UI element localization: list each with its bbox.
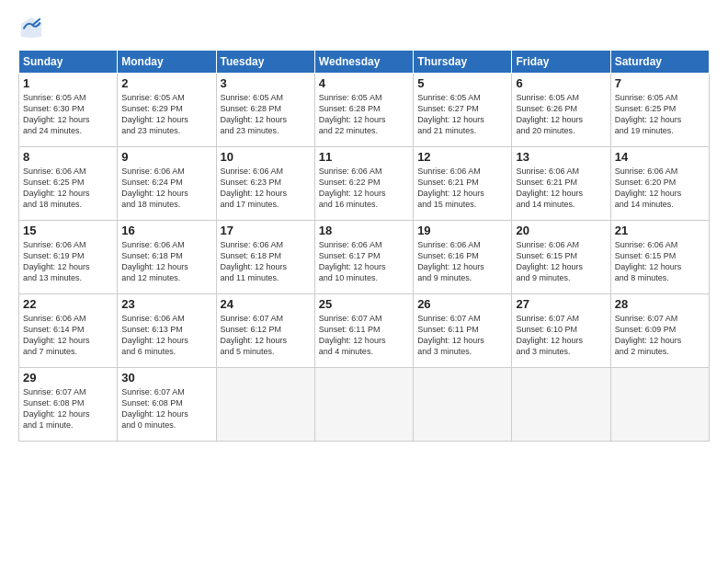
day-number: 3	[221, 76, 311, 90]
day-info: Sunrise: 6:07 AM Sunset: 6:11 PM Dayligh…	[319, 313, 409, 358]
day-info: Sunrise: 6:06 AM Sunset: 6:17 PM Dayligh…	[319, 239, 409, 284]
day-header-monday: Monday	[118, 51, 216, 74]
day-info: Sunrise: 6:06 AM Sunset: 6:15 PM Dayligh…	[615, 239, 705, 284]
day-header-thursday: Thursday	[414, 51, 512, 74]
day-info: Sunrise: 6:05 AM Sunset: 6:26 PM Dayligh…	[516, 92, 606, 137]
day-info: Sunrise: 6:06 AM Sunset: 6:18 PM Dayligh…	[221, 239, 311, 284]
day-number: 28	[615, 297, 705, 311]
calendar-cell: 17Sunrise: 6:06 AM Sunset: 6:18 PM Dayli…	[216, 221, 314, 294]
day-number: 2	[121, 76, 211, 90]
calendar-cell: 11Sunrise: 6:06 AM Sunset: 6:22 PM Dayli…	[314, 147, 413, 221]
calendar-cell: 14Sunrise: 6:06 AM Sunset: 6:20 PM Dayli…	[610, 147, 709, 221]
calendar: SundayMondayTuesdayWednesdayThursdayFrid…	[18, 50, 710, 442]
calendar-cell: 18Sunrise: 6:06 AM Sunset: 6:17 PM Dayli…	[314, 221, 413, 294]
calendar-cell: 10Sunrise: 6:06 AM Sunset: 6:23 PM Dayli…	[216, 147, 314, 221]
day-number: 11	[319, 150, 409, 164]
day-info: Sunrise: 6:05 AM Sunset: 6:27 PM Dayligh…	[417, 92, 507, 137]
day-info: Sunrise: 6:05 AM Sunset: 6:30 PM Dayligh…	[23, 92, 113, 137]
calendar-cell	[610, 368, 709, 442]
day-number: 21	[615, 224, 705, 237]
logo	[18, 15, 48, 40]
day-header-saturday: Saturday	[610, 51, 709, 74]
calendar-cell	[314, 368, 413, 442]
day-info: Sunrise: 6:06 AM Sunset: 6:19 PM Dayligh…	[23, 239, 113, 284]
calendar-cell: 7Sunrise: 6:05 AM Sunset: 6:25 PM Daylig…	[610, 74, 709, 147]
day-number: 29	[23, 371, 113, 385]
calendar-cell: 26Sunrise: 6:07 AM Sunset: 6:11 PM Dayli…	[414, 294, 512, 368]
calendar-cell: 3Sunrise: 6:05 AM Sunset: 6:28 PM Daylig…	[216, 74, 314, 147]
day-number: 23	[121, 297, 211, 311]
calendar-cell: 22Sunrise: 6:06 AM Sunset: 6:14 PM Dayli…	[19, 294, 118, 368]
day-info: Sunrise: 6:05 AM Sunset: 6:29 PM Dayligh…	[121, 92, 211, 137]
calendar-cell: 28Sunrise: 6:07 AM Sunset: 6:09 PM Dayli…	[610, 294, 709, 368]
calendar-header-row: SundayMondayTuesdayWednesdayThursdayFrid…	[19, 51, 710, 74]
calendar-cell: 25Sunrise: 6:07 AM Sunset: 6:11 PM Dayli…	[314, 294, 413, 368]
day-number: 15	[23, 224, 113, 237]
calendar-cell: 12Sunrise: 6:06 AM Sunset: 6:21 PM Dayli…	[414, 147, 512, 221]
day-number: 5	[417, 76, 507, 90]
calendar-week-row: 8Sunrise: 6:06 AM Sunset: 6:25 PM Daylig…	[19, 147, 710, 221]
calendar-cell: 8Sunrise: 6:06 AM Sunset: 6:25 PM Daylig…	[19, 147, 118, 221]
calendar-cell: 27Sunrise: 6:07 AM Sunset: 6:10 PM Dayli…	[512, 294, 610, 368]
day-header-friday: Friday	[512, 51, 610, 74]
calendar-cell: 9Sunrise: 6:06 AM Sunset: 6:24 PM Daylig…	[118, 147, 216, 221]
day-info: Sunrise: 6:07 AM Sunset: 6:12 PM Dayligh…	[221, 313, 311, 358]
calendar-week-row: 1Sunrise: 6:05 AM Sunset: 6:30 PM Daylig…	[19, 74, 710, 147]
day-number: 7	[615, 76, 705, 90]
day-info: Sunrise: 6:07 AM Sunset: 6:08 PM Dayligh…	[23, 386, 113, 431]
calendar-cell: 30Sunrise: 6:07 AM Sunset: 6:08 PM Dayli…	[118, 368, 216, 442]
day-info: Sunrise: 6:06 AM Sunset: 6:20 PM Dayligh…	[615, 166, 705, 211]
calendar-cell: 5Sunrise: 6:05 AM Sunset: 6:27 PM Daylig…	[414, 74, 512, 147]
calendar-cell: 2Sunrise: 6:05 AM Sunset: 6:29 PM Daylig…	[118, 74, 216, 147]
day-info: Sunrise: 6:06 AM Sunset: 6:18 PM Dayligh…	[121, 239, 211, 284]
day-info: Sunrise: 6:07 AM Sunset: 6:10 PM Dayligh…	[516, 313, 606, 358]
day-info: Sunrise: 6:06 AM Sunset: 6:24 PM Dayligh…	[121, 166, 211, 211]
day-info: Sunrise: 6:07 AM Sunset: 6:11 PM Dayligh…	[417, 313, 507, 358]
calendar-week-row: 29Sunrise: 6:07 AM Sunset: 6:08 PM Dayli…	[19, 368, 710, 442]
day-info: Sunrise: 6:07 AM Sunset: 6:09 PM Dayligh…	[615, 313, 705, 358]
day-number: 8	[23, 150, 113, 164]
day-number: 27	[516, 297, 606, 311]
calendar-cell: 1Sunrise: 6:05 AM Sunset: 6:30 PM Daylig…	[19, 74, 118, 147]
day-header-tuesday: Tuesday	[216, 51, 314, 74]
calendar-cell: 4Sunrise: 6:05 AM Sunset: 6:28 PM Daylig…	[314, 74, 413, 147]
calendar-cell	[414, 368, 512, 442]
day-header-wednesday: Wednesday	[314, 51, 413, 74]
day-number: 20	[516, 224, 606, 237]
calendar-cell: 6Sunrise: 6:05 AM Sunset: 6:26 PM Daylig…	[512, 74, 610, 147]
page: SundayMondayTuesdayWednesdayThursdayFrid…	[0, 0, 728, 563]
day-number: 17	[221, 224, 311, 237]
calendar-week-row: 22Sunrise: 6:06 AM Sunset: 6:14 PM Dayli…	[19, 294, 710, 368]
day-info: Sunrise: 6:06 AM Sunset: 6:15 PM Dayligh…	[516, 239, 606, 284]
calendar-cell: 23Sunrise: 6:06 AM Sunset: 6:13 PM Dayli…	[118, 294, 216, 368]
header	[18, 15, 710, 40]
day-number: 13	[516, 150, 606, 164]
calendar-cell: 24Sunrise: 6:07 AM Sunset: 6:12 PM Dayli…	[216, 294, 314, 368]
day-number: 6	[516, 76, 606, 90]
calendar-cell: 13Sunrise: 6:06 AM Sunset: 6:21 PM Dayli…	[512, 147, 610, 221]
day-info: Sunrise: 6:06 AM Sunset: 6:13 PM Dayligh…	[121, 313, 211, 358]
day-info: Sunrise: 6:06 AM Sunset: 6:22 PM Dayligh…	[319, 166, 409, 211]
calendar-cell: 15Sunrise: 6:06 AM Sunset: 6:19 PM Dayli…	[19, 221, 118, 294]
calendar-cell: 19Sunrise: 6:06 AM Sunset: 6:16 PM Dayli…	[414, 221, 512, 294]
day-number: 10	[221, 150, 311, 164]
calendar-cell: 16Sunrise: 6:06 AM Sunset: 6:18 PM Dayli…	[118, 221, 216, 294]
calendar-cell	[512, 368, 610, 442]
day-info: Sunrise: 6:07 AM Sunset: 6:08 PM Dayligh…	[121, 386, 211, 431]
day-number: 25	[319, 297, 409, 311]
day-number: 9	[121, 150, 211, 164]
calendar-week-row: 15Sunrise: 6:06 AM Sunset: 6:19 PM Dayli…	[19, 221, 710, 294]
day-info: Sunrise: 6:06 AM Sunset: 6:21 PM Dayligh…	[417, 166, 507, 211]
day-info: Sunrise: 6:06 AM Sunset: 6:14 PM Dayligh…	[23, 313, 113, 358]
day-info: Sunrise: 6:06 AM Sunset: 6:25 PM Dayligh…	[23, 166, 113, 211]
calendar-cell: 20Sunrise: 6:06 AM Sunset: 6:15 PM Dayli…	[512, 221, 610, 294]
day-info: Sunrise: 6:05 AM Sunset: 6:25 PM Dayligh…	[615, 92, 705, 137]
day-number: 18	[319, 224, 409, 237]
day-info: Sunrise: 6:06 AM Sunset: 6:23 PM Dayligh…	[221, 166, 311, 211]
day-number: 19	[417, 224, 507, 237]
day-info: Sunrise: 6:05 AM Sunset: 6:28 PM Dayligh…	[221, 92, 311, 137]
calendar-cell	[216, 368, 314, 442]
calendar-cell: 29Sunrise: 6:07 AM Sunset: 6:08 PM Dayli…	[19, 368, 118, 442]
day-info: Sunrise: 6:06 AM Sunset: 6:21 PM Dayligh…	[516, 166, 606, 211]
day-number: 30	[121, 371, 211, 385]
